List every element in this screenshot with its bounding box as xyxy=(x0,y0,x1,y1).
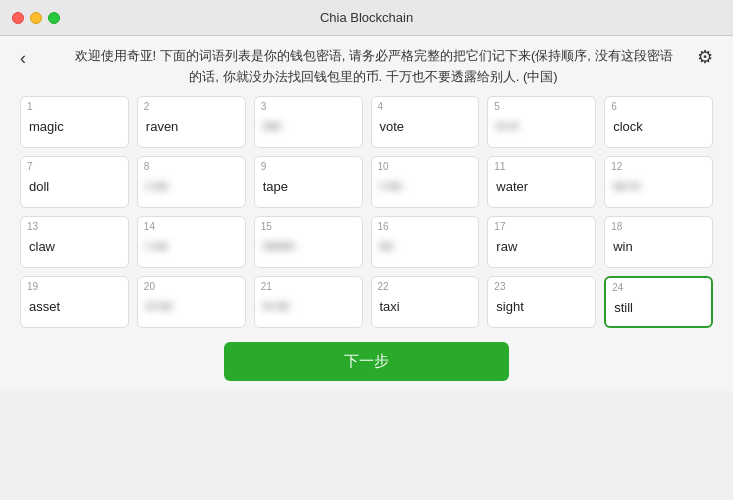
word-card-21: 21•• ••• xyxy=(254,276,363,328)
word-number: 24 xyxy=(612,282,623,293)
word-value: ••• xyxy=(380,239,471,254)
word-card-8: 8• ••• xyxy=(137,156,246,208)
word-value: magic xyxy=(29,119,120,134)
back-button[interactable]: ‹ xyxy=(20,48,26,69)
word-value: tape xyxy=(263,179,354,194)
word-number: 20 xyxy=(144,281,155,292)
word-number: 7 xyxy=(27,161,33,172)
title-bar: Chia Blockchain xyxy=(0,0,733,36)
header-line2-sub: (中国) xyxy=(523,69,558,84)
word-card-1: 1magic xyxy=(20,96,129,148)
word-card-14: 14• ••• xyxy=(137,216,246,268)
word-number: 5 xyxy=(494,101,500,112)
word-number: 9 xyxy=(261,161,267,172)
word-card-24: 24still xyxy=(604,276,713,328)
word-number: 15 xyxy=(261,221,272,232)
header-description: 欢迎使用奇亚! 下面的词语列表是你的钱包密语, 请务必严格完整的把它们记下来(保… xyxy=(34,46,713,88)
word-card-17: 17raw xyxy=(487,216,596,268)
next-button[interactable]: 下一步 xyxy=(224,342,509,381)
word-value: ••••••• xyxy=(263,239,354,254)
word-number: 12 xyxy=(611,161,622,172)
word-number: 2 xyxy=(144,101,150,112)
word-value: • ••• xyxy=(380,179,471,194)
word-card-3: 3•••• xyxy=(254,96,363,148)
word-card-4: 4vote xyxy=(371,96,480,148)
word-card-20: 20•• ••• xyxy=(137,276,246,328)
word-value: •• ••• xyxy=(146,299,237,314)
word-value: •• •• xyxy=(496,119,587,134)
word-value: win xyxy=(613,239,704,254)
word-number: 19 xyxy=(27,281,38,292)
word-number: 1 xyxy=(27,101,33,112)
word-card-9: 9tape xyxy=(254,156,363,208)
word-card-23: 23sight xyxy=(487,276,596,328)
word-value: •• ••• xyxy=(263,299,354,314)
minimize-button[interactable] xyxy=(30,12,42,24)
word-card-11: 11water xyxy=(487,156,596,208)
word-card-10: 10• ••• xyxy=(371,156,480,208)
words-grid: 1magic2raven3••••4vote5•• ••6clock7doll8… xyxy=(20,96,713,328)
word-number: 13 xyxy=(27,221,38,232)
word-card-18: 18win xyxy=(604,216,713,268)
word-value: • ••• xyxy=(146,239,237,254)
window-title: Chia Blockchain xyxy=(320,10,413,25)
word-number: 6 xyxy=(611,101,617,112)
word-card-16: 16••• xyxy=(371,216,480,268)
word-value: •••• xyxy=(263,119,354,134)
word-card-22: 22taxi xyxy=(371,276,480,328)
next-button-container: 下一步 xyxy=(20,342,713,381)
word-card-13: 13claw xyxy=(20,216,129,268)
header-line1: 欢迎使用奇亚! 下面的词语列表是你的钱包密语, 请务必严格完整的把它们记下来(保… xyxy=(75,48,673,63)
word-card-6: 6clock xyxy=(604,96,713,148)
word-number: 21 xyxy=(261,281,272,292)
nav-header: ‹ 欢迎使用奇亚! 下面的词语列表是你的钱包密语, 请务必严格完整的把它们记下来… xyxy=(20,46,713,88)
word-number: 8 xyxy=(144,161,150,172)
word-value: sight xyxy=(496,299,587,314)
close-button[interactable] xyxy=(12,12,24,24)
maximize-button[interactable] xyxy=(48,12,60,24)
word-value: claw xyxy=(29,239,120,254)
word-number: 17 xyxy=(494,221,505,232)
word-value: raw xyxy=(496,239,587,254)
word-value: raven xyxy=(146,119,237,134)
word-card-19: 19asset xyxy=(20,276,129,328)
word-value: vote xyxy=(380,119,471,134)
word-value: taxi xyxy=(380,299,471,314)
word-number: 10 xyxy=(378,161,389,172)
word-value: ••• •• xyxy=(613,179,704,194)
settings-icon[interactable]: ⚙ xyxy=(697,46,713,68)
word-value: asset xyxy=(29,299,120,314)
word-value: clock xyxy=(613,119,704,134)
word-value: still xyxy=(614,300,703,315)
word-card-2: 2raven xyxy=(137,96,246,148)
word-value: doll xyxy=(29,179,120,194)
word-card-12: 12••• •• xyxy=(604,156,713,208)
main-content: ‹ 欢迎使用奇亚! 下面的词语列表是你的钱包密语, 请务必严格完整的把它们记下来… xyxy=(0,36,733,391)
word-value: water xyxy=(496,179,587,194)
word-number: 16 xyxy=(378,221,389,232)
word-card-7: 7doll xyxy=(20,156,129,208)
word-number: 14 xyxy=(144,221,155,232)
header-line2: 的话, 你就没办法找回钱包里的币. 千万也不要透露给别人. xyxy=(189,69,519,84)
word-card-15: 15••••••• xyxy=(254,216,363,268)
word-number: 4 xyxy=(378,101,384,112)
word-card-5: 5•• •• xyxy=(487,96,596,148)
word-number: 22 xyxy=(378,281,389,292)
word-number: 18 xyxy=(611,221,622,232)
word-value: • ••• xyxy=(146,179,237,194)
word-number: 3 xyxy=(261,101,267,112)
word-number: 11 xyxy=(494,161,505,172)
word-number: 23 xyxy=(494,281,505,292)
traffic-lights xyxy=(12,12,60,24)
